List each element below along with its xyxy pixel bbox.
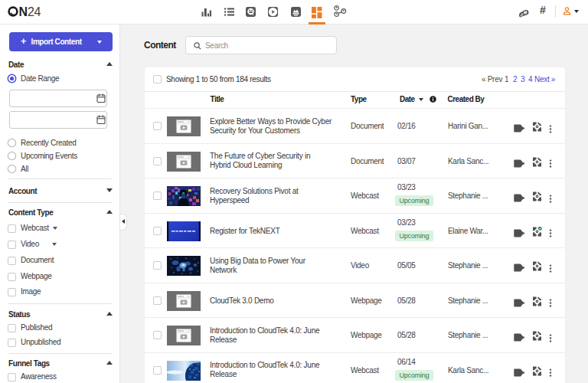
svg-text:N: N [19,5,28,18]
svg-text:24: 24 [28,5,41,18]
